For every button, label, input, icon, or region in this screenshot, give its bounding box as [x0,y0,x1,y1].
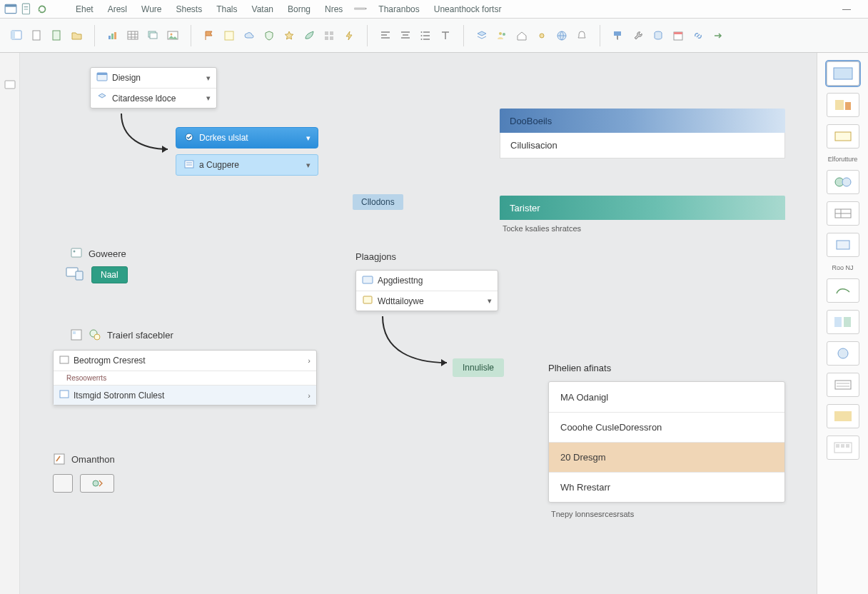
thumb-2[interactable] [827,93,859,117]
rb-leaf-icon[interactable] [301,28,317,44]
thumb-5[interactable] [827,201,859,226]
menu-uneanthock[interactable]: Uneanthock fortsr [428,1,508,17]
thumb-1[interactable] [827,61,859,86]
rb-globe-icon[interactable] [554,28,570,44]
trailer-section: Traierl sfacebler [70,328,173,341]
chevron-right-icon: › [308,356,311,365]
menu-ehet[interactable]: Ehet [70,1,99,17]
doobels-row[interactable]: Cilulisacion [500,133,785,158]
thumb-4[interactable] [827,170,859,194]
rb-align-left-icon[interactable] [378,28,393,44]
thumb-10[interactable] [827,373,859,397]
rb-stack-icon[interactable] [145,28,161,44]
citar-icon [96,92,108,104]
svg-rect-52 [845,102,851,110]
rb-chart-icon[interactable] [105,28,121,44]
menu-bar: Ehet Aresl Wure Shests Thals Vatan Borng… [0,0,868,19]
rb-shield-icon[interactable] [261,28,277,44]
dckres-icon [183,132,195,144]
plagons-row-0[interactable]: Apgdiesttng [356,271,498,291]
trailer-row-1[interactable]: Resoowerrts [54,371,316,385]
rb-people-icon[interactable] [494,28,510,44]
row-icon [59,389,69,401]
menu-vatan[interactable]: Vatan [246,1,279,17]
rb-folder-icon[interactable] [69,28,84,44]
chevron-right-icon: › [308,391,311,400]
trailer-row-0-label: Beotrogm Cresrest [74,356,146,366]
plagons-icon-1 [362,295,373,307]
menu-aresl[interactable]: Aresl [102,1,133,17]
phelien-row-1[interactable]: Cooohe CusleDoressron [549,412,784,442]
svg-rect-50 [834,68,852,79]
trailer-row-2[interactable]: Itsmgid Sotronm Clulest › [54,385,316,405]
tarister-bar: Tarister [500,196,785,220]
trailer-row-1-label: Resoowerrts [66,374,106,382]
rb-home-icon[interactable] [514,28,530,44]
rb-note-icon[interactable] [221,28,237,44]
phelien-row-0[interactable]: MA Odanigl [549,382,784,412]
plagons-row-1[interactable]: Wdttailoywe ▾ [356,291,498,311]
rb-flag-icon[interactable] [201,28,217,44]
rb-link-icon[interactable] [690,28,706,44]
innusle-chip[interactable]: Innulisle [453,358,504,377]
rb-arrow-icon[interactable] [710,28,726,44]
gowere-pill[interactable]: Naal [91,266,128,283]
trailer-row-0[interactable]: Beotrogm Cresrest › [54,351,316,371]
rb-db-icon[interactable] [650,28,666,44]
thumb-9[interactable] [827,341,859,366]
thumb-8[interactable] [827,310,859,334]
thumb-12[interactable] [827,436,859,460]
chevron-down-icon: ▾ [488,296,492,306]
minimize-icon[interactable]: — [829,4,864,14]
trailer-title: Traierl sfacebler [107,330,173,341]
thumb-7[interactable] [827,278,859,303]
phelien-row-3[interactable]: Wh Rrestarr [549,472,784,502]
tarister-caption: Tocke ksalies shratces [503,224,581,233]
onation-button[interactable] [80,474,114,493]
phelien-table: MA Odanigl Cooohe CusleDoressron 20 Dres… [548,381,785,503]
rail-rect-icon[interactable] [4,80,16,90]
dropdown-sub[interactable]: a Cugpere ▾ [176,154,318,176]
rb-table-icon[interactable] [125,28,141,44]
left-rail [0,53,20,594]
svg-rect-8 [108,36,111,39]
rb-bell-icon[interactable] [574,28,590,44]
thumb-3[interactable] [827,124,859,148]
dropdown-highlight[interactable]: Dcrkes ulslat ▾ [176,127,318,148]
refresh-icon[interactable] [36,4,49,14]
svg-point-21 [421,31,423,33]
menu-nres[interactable]: Nres [319,1,348,17]
rb-panel-icon[interactable] [9,28,24,44]
menu-thals[interactable]: Thals [211,1,243,17]
doobels-row-label: Cilulisacion [510,140,557,151]
rb-layers-icon[interactable] [474,28,490,44]
rb-wrench-icon[interactable] [630,28,646,44]
rb-calendar-icon[interactable] [670,28,686,44]
menu-shests[interactable]: Shests [170,1,208,17]
rb-align-center-icon[interactable] [398,28,413,44]
rb-sun-icon[interactable] [534,28,550,44]
rb-page-icon[interactable] [29,28,44,44]
svg-point-55 [842,178,851,186]
dropdown-design[interactable]: Diesign ▾ Citardesse ldoce ▾ [90,67,217,109]
menu-tharanbos[interactable]: Tharanbos [373,1,425,17]
menu-wure[interactable]: Wure [136,1,167,17]
thumb-11[interactable] [827,404,859,428]
rb-grid-icon[interactable] [321,28,337,44]
chevron-down-icon: ▾ [306,161,311,170]
thumb-6[interactable] [827,233,859,257]
svg-rect-36 [185,161,193,168]
rb-paint-icon[interactable] [610,28,626,44]
rb-list-icon[interactable] [418,28,433,44]
rb-pic-icon[interactable] [165,28,181,44]
svg-rect-18 [330,31,333,35]
onation-checkbox[interactable] [53,474,73,493]
rb-star-icon[interactable] [281,28,297,44]
phelien-row-2[interactable]: 20 Dresgm [549,442,784,472]
rb-cloud-icon[interactable] [241,28,257,44]
rb-bolt-icon[interactable] [341,28,357,44]
menu-borng[interactable]: Borng [282,1,316,17]
rb-text-icon[interactable] [438,28,453,44]
svg-rect-11 [128,31,138,39]
rb-doc-green-icon[interactable] [49,28,64,44]
